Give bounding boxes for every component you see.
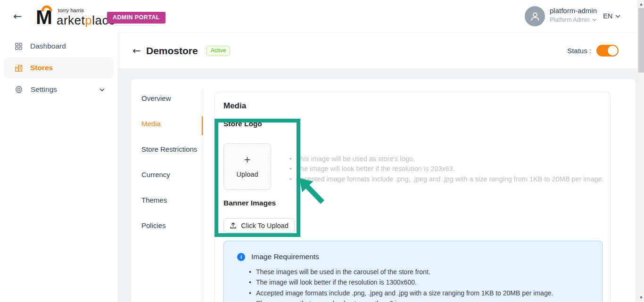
scrollbar-thumb[interactable]: [638, 8, 644, 73]
page-titlebar: ← Demostore Active Status :: [118, 32, 637, 68]
tab-policies[interactable]: Policies: [131, 212, 203, 238]
store-logo-upload-box[interactable]: + Upload: [223, 143, 271, 190]
note-item: Accepted image formats include .png, .jp…: [288, 174, 605, 184]
page-back-icon[interactable]: ←: [132, 33, 141, 69]
note-item: This image will be used as store's logo.: [288, 154, 605, 164]
scroll-up-icon[interactable]: ▲: [638, 2, 644, 6]
upload-icon: [230, 222, 237, 229]
sidebar-item-dashboard[interactable]: Dashboard: [4, 36, 114, 57]
user-role-menu[interactable]: Platform Admin: [550, 16, 597, 23]
chevron-down-icon: [592, 18, 597, 21]
store-building-icon: [14, 64, 23, 73]
scroll-down-icon[interactable]: ▼: [638, 296, 644, 300]
tab-currency[interactable]: Currency: [131, 162, 203, 187]
logo-handle-icon: [41, 4, 53, 11]
user-name: platform-admin: [550, 7, 597, 15]
status-label: Status :: [567, 47, 591, 55]
chevron-down-icon: [99, 88, 105, 91]
wordmark-orange-letter: p: [85, 13, 92, 27]
gear-icon: [14, 85, 24, 94]
tab-media[interactable]: Media: [131, 111, 203, 136]
chevron-down-icon: [615, 15, 620, 18]
sidebar-item-label: Dashboard: [30, 42, 66, 50]
status-toggle[interactable]: [596, 45, 619, 57]
requirement-item: Please ensure that you upload not more t…: [248, 298, 594, 302]
tab-divider: [203, 89, 203, 302]
user-avatar[interactable]: [525, 6, 545, 26]
sidebar-nav: Dashboard Stores Settings: [0, 32, 118, 302]
tab-overview[interactable]: Overview: [131, 85, 203, 111]
status-badge: Active: [206, 46, 231, 56]
note-item: The image will look better if the resolu…: [288, 164, 605, 174]
info-icon: i: [237, 253, 245, 261]
banner-upload-button[interactable]: Click To Upload: [223, 218, 295, 233]
vertical-scrollbar[interactable]: ▲ ▼: [637, 0, 644, 302]
brand-logo: M torry harris arketplace: [36, 4, 116, 28]
toggle-knob: [608, 46, 618, 56]
user-info: platform-admin Platform Admin: [550, 7, 597, 23]
banner-upload-label: Click To Upload: [241, 222, 288, 229]
sidebar-item-stores[interactable]: Stores: [4, 57, 114, 78]
tab-store-restrictions[interactable]: Store Restrictions: [131, 136, 203, 162]
requirements-list: These images will be used in the carouse…: [248, 267, 594, 302]
tab-list: Overview Media Store Restrictions Curren…: [131, 85, 203, 238]
admin-portal-badge: ADMIN PORTAL: [107, 12, 165, 24]
upload-label: Upload: [237, 171, 258, 178]
image-requirements-alert: i Image Requirements These images will b…: [223, 241, 603, 302]
app-header: ← M torry harris arketplace ADMIN PORTAL…: [0, 0, 644, 32]
language-selector[interactable]: EN: [603, 0, 620, 32]
sidebar-item-settings[interactable]: Settings: [4, 79, 114, 100]
sidebar-item-label: Settings: [31, 85, 57, 94]
plus-icon: +: [244, 155, 250, 164]
page-title: Demostore: [146, 45, 198, 57]
requirement-item: The image will look better if the resolu…: [248, 277, 594, 287]
logo-bag-icon: M: [36, 4, 57, 28]
requirement-item: Accepted image formats include .png, .jp…: [248, 288, 594, 298]
alert-title: Image Requirements: [251, 253, 319, 261]
store-logo-notes: This image will be used as store's logo.…: [288, 154, 605, 184]
sidebar-item-label: Stores: [30, 64, 53, 72]
dashboard-grid-icon: [14, 42, 23, 51]
banner-images-heading: Banner Images: [223, 199, 276, 207]
tab-themes[interactable]: Themes: [131, 187, 203, 212]
language-label: EN: [603, 12, 612, 20]
store-logo-heading: Store Logo: [223, 120, 262, 128]
requirement-item: These images will be used in the carouse…: [248, 267, 594, 277]
header-back-icon[interactable]: ←: [13, 0, 22, 32]
panel-title: Media: [223, 101, 246, 111]
user-role-label: Platform Admin: [550, 16, 590, 23]
media-panel: Media Store Logo + Upload This image wil…: [215, 92, 611, 302]
wordmark-prefix: arket: [57, 13, 85, 27]
person-icon: [529, 10, 541, 23]
store-detail-card: Overview Media Store Restrictions Curren…: [131, 79, 636, 302]
